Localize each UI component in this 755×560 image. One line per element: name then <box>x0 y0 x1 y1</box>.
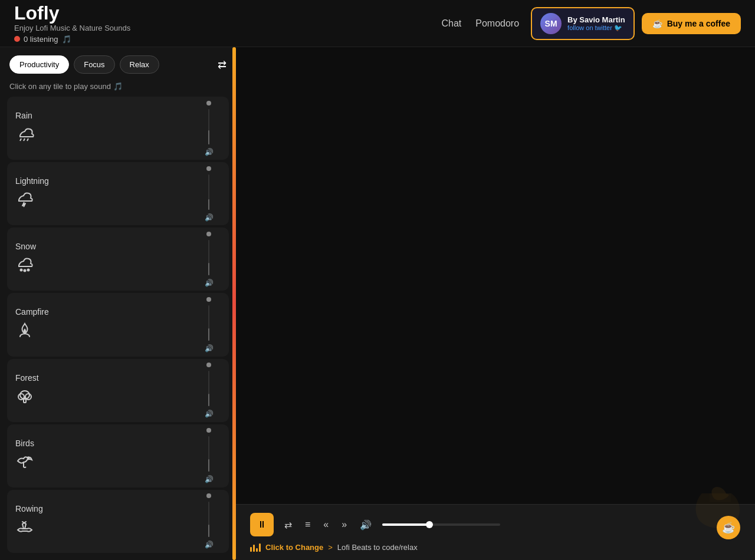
rowing-icon <box>15 517 197 539</box>
tile-rain-volume[interactable]: 🔊 <box>197 101 221 156</box>
tile-rain-content: Rain <box>15 111 197 146</box>
volume-dot <box>206 232 211 236</box>
tile-rain-label: Rain <box>15 111 197 120</box>
volume-icon: 🔊 <box>205 279 214 287</box>
volume-dot <box>206 428 211 433</box>
app-title: Lofly <box>14 4 441 22</box>
volume-track[interactable] <box>208 371 209 406</box>
main-layout: Productivity Focus Relax ⇄ Click on any … <box>0 47 755 560</box>
volume-track[interactable] <box>208 240 209 275</box>
filter-relax[interactable]: Relax <box>120 55 159 74</box>
tiles-list: Rain 🔊 <box>0 97 236 560</box>
pomodoro-link[interactable]: Pomodoro <box>475 18 519 29</box>
volume-track[interactable] <box>208 174 209 210</box>
forward-icon: » <box>342 519 347 529</box>
filter-focus[interactable]: Focus <box>74 55 114 74</box>
volume-icon: 🔊 <box>205 148 214 156</box>
shuffle-button[interactable]: ⇄ <box>282 517 294 533</box>
tile-rain[interactable]: Rain 🔊 <box>7 97 229 160</box>
main-content <box>236 47 755 504</box>
tile-rowing-volume[interactable]: 🔊 <box>197 493 221 549</box>
volume-fill <box>208 394 209 406</box>
swap-icon: ⇄ <box>218 59 226 71</box>
tile-snow[interactable]: Snow 🔊 <box>7 228 229 291</box>
tile-birds-volume[interactable]: 🔊 <box>197 428 221 483</box>
volume-dot <box>206 363 211 367</box>
volume-button[interactable]: 🔊 <box>357 517 374 533</box>
filter-productivity[interactable]: Productivity <box>9 55 69 74</box>
header: Lofly Enjoy Lofi Music & Nature Sounds 0… <box>0 0 755 47</box>
tile-forest-label: Forest <box>15 373 197 383</box>
tile-rowing-content: Rowing <box>15 504 197 539</box>
coffee-float-inner: ☕ <box>690 482 743 542</box>
shuffle-icon: ⇄ <box>284 520 292 530</box>
buy-coffee-button[interactable]: ☕ Buy me a coffee <box>642 13 741 34</box>
svg-line-0 <box>20 139 21 141</box>
rewind-icon: « <box>323 519 329 529</box>
twitter-button[interactable]: SM By Savio Martin follow on twitter 🐦 <box>531 7 635 40</box>
tile-lightning[interactable]: Lightning 🔊 <box>7 162 229 225</box>
tile-campfire-content: Campfire <box>15 307 197 342</box>
playlist-icon: ≡ <box>305 519 310 529</box>
coffee-float-button[interactable]: ☕ <box>717 516 740 539</box>
tile-rowing[interactable]: Rowing 🔊 <box>7 490 229 553</box>
volume-icon: 🔊 <box>205 475 214 483</box>
tile-birds-label: Birds <box>15 439 197 448</box>
coffee-icon: ☕ <box>652 19 662 28</box>
svg-line-2 <box>27 139 28 141</box>
player-controls: ⏸ ⇄ ≡ « » 🔊 <box>250 513 741 536</box>
tile-campfire-volume[interactable]: 🔊 <box>197 297 221 353</box>
tile-snow-content: Snow <box>15 242 197 276</box>
progress-fill <box>382 523 429 526</box>
tile-snow-volume[interactable]: 🔊 <box>197 232 221 287</box>
forward-button[interactable]: » <box>339 517 349 532</box>
click-to-change[interactable]: Click to Change <box>265 543 323 552</box>
svg-point-9 <box>25 394 31 400</box>
volume-track[interactable] <box>208 305 209 341</box>
volume-icon: 🔊 <box>205 344 214 353</box>
equalizer-icon <box>250 542 261 552</box>
coffee-label: Buy me a coffee <box>667 19 730 28</box>
svg-point-10 <box>28 457 29 459</box>
playlist-button[interactable]: ≡ <box>303 517 313 532</box>
content-area: ⏸ ⇄ ≡ « » 🔊 <box>236 47 755 560</box>
tile-forest-volume[interactable]: 🔊 <box>197 363 221 418</box>
chat-link[interactable]: Chat <box>441 18 461 29</box>
tile-forest-content: Forest <box>15 373 197 408</box>
avatar: SM <box>540 13 562 34</box>
birds-icon <box>15 452 197 473</box>
volume-dot <box>206 101 211 106</box>
volume-track[interactable] <box>208 436 209 472</box>
svg-point-8 <box>18 394 24 400</box>
volume-dot <box>206 297 211 302</box>
volume-track[interactable] <box>208 502 209 537</box>
volume-fill <box>208 459 209 472</box>
avatar-initials: SM <box>545 19 557 28</box>
tile-forest[interactable]: Forest 🔊 <box>7 359 229 422</box>
volume-icon: 🔊 <box>205 541 214 549</box>
volume-fill <box>208 263 209 275</box>
volume-track[interactable] <box>208 109 209 144</box>
tile-birds-content: Birds <box>15 439 197 473</box>
progress-track[interactable] <box>382 523 500 526</box>
volume-slider[interactable] <box>382 523 500 526</box>
hint-text: Click on any tile to play sound 🎵 <box>0 82 236 97</box>
progress-thumb <box>426 521 433 528</box>
sidebar-gradient-bar <box>232 47 236 560</box>
tile-campfire[interactable]: Campfire 🔊 <box>7 293 229 356</box>
svg-line-1 <box>24 139 25 141</box>
listening-count: 0 listening <box>24 35 58 44</box>
tile-birds[interactable]: Birds 🔊 <box>7 424 229 487</box>
tile-lightning-label: Lightning <box>15 176 197 186</box>
tile-lightning-volume[interactable]: 🔊 <box>197 166 221 222</box>
volume-fill <box>208 328 209 341</box>
pause-button[interactable]: ⏸ <box>250 513 274 536</box>
volume-dot <box>206 166 211 171</box>
volume-dot <box>206 493 211 498</box>
rewind-button[interactable]: « <box>321 517 331 532</box>
forest-icon <box>15 386 197 408</box>
swap-button[interactable]: ⇄ <box>218 58 226 71</box>
coffee-float: ☕ <box>690 482 743 542</box>
svg-point-3 <box>21 269 22 271</box>
twitter-name: By Savio Martin <box>567 15 625 24</box>
